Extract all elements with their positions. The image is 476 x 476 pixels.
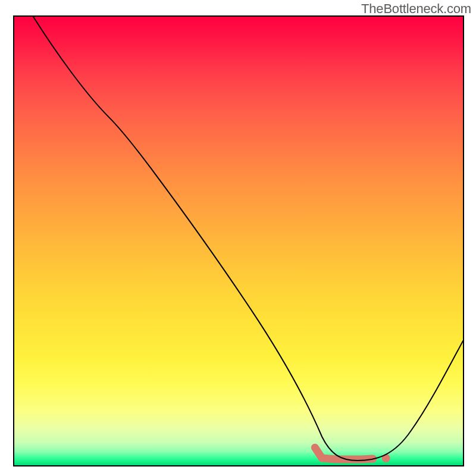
chart-plot-area — [13, 15, 464, 466]
watermark-text: TheBottleneck.com — [361, 1, 471, 17]
chart-svg — [14, 17, 463, 465]
bottleneck-curve-line — [33, 17, 463, 461]
highlight-segment — [315, 447, 372, 459]
